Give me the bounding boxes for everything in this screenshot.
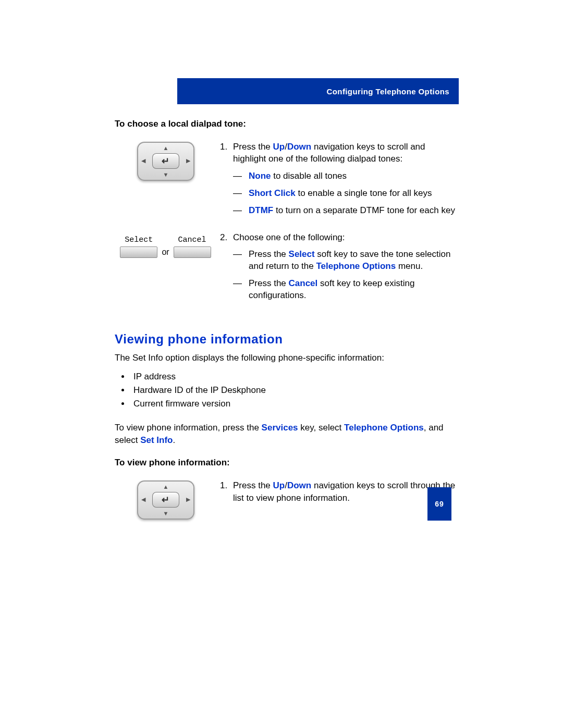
document-page: Configuring Telephone Options To choose …: [0, 0, 563, 572]
step-row-2: Select or Cancel Choose one of the follo…: [115, 231, 459, 307]
list-item: Hardware ID of the IP Deskphone: [130, 385, 459, 396]
text: To view phone information, press the: [115, 423, 262, 433]
text: Press the: [233, 480, 273, 490]
intro-text: The Set Info option displays the followi…: [115, 352, 459, 364]
menu-label: Set Info: [140, 435, 173, 445]
nav-instruction: To view phone information, press the Ser…: [115, 422, 459, 447]
enter-key-icon: [152, 153, 179, 169]
key-label-down: Down: [287, 480, 311, 490]
key-label: Services: [262, 423, 298, 433]
text: .: [173, 435, 175, 445]
option-term: Short Click: [249, 188, 296, 198]
step-item: Press the Up/Down navigation keys to scr…: [230, 141, 459, 217]
step-row-1: ◀ ▶ ▲ ▼ Press the Up/Down navigation key…: [115, 141, 459, 222]
key-label-up: Up: [273, 142, 285, 152]
ordered-steps-1: Press the Up/Down navigation keys to scr…: [216, 141, 459, 217]
option-list: None to disable all tones Short Click to…: [233, 170, 459, 217]
info-bullet-list: IP address Hardware ID of the IP Deskpho…: [115, 372, 459, 409]
text: Press the: [249, 278, 289, 288]
page-header: Configuring Telephone Options: [177, 78, 459, 104]
header-title: Configuring Telephone Options: [327, 87, 449, 96]
section-lead-view-info: To view phone information:: [115, 458, 459, 468]
section-heading-viewing: Viewing phone information: [115, 332, 459, 347]
step-item: Choose one of the following: Press the S…: [230, 231, 459, 302]
step-row-3: ◀ ▶ ▲ ▼ Press the Up/Down navigation key…: [115, 479, 459, 520]
enter-key-icon: [152, 492, 179, 508]
option-text: to disable all tones: [271, 171, 347, 181]
text: menu.: [396, 261, 423, 271]
nav-pad-icon: ◀ ▶ ▲ ▼: [137, 142, 194, 181]
list-item: IP address: [130, 372, 459, 382]
menu-label: Telephone Options: [316, 261, 396, 271]
key-label: Cancel: [289, 278, 318, 288]
softkey-label: Select: [125, 236, 153, 244]
option-short-click: Short Click to enable a single tone for …: [233, 188, 459, 200]
option-text: to turn on a separate DTMF tone for each…: [273, 205, 455, 215]
text: Press the: [233, 142, 273, 152]
ordered-steps-2: Choose one of the following: Press the S…: [216, 231, 459, 302]
section-lead-dialpad: To choose a local dialpad tone:: [115, 119, 459, 129]
page-content: To choose a local dialpad tone: ◀ ▶ ▲ ▼ …: [115, 119, 459, 520]
text-column: Press the Up/Down navigation keys to scr…: [216, 141, 459, 222]
text-column: Press the Up/Down navigation keys to scr…: [216, 479, 459, 507]
arrow-right-icon: ▶: [186, 496, 190, 503]
icon-column: ◀ ▶ ▲ ▼: [115, 141, 216, 181]
menu-label: Telephone Options: [344, 423, 424, 433]
text: Choose one of the following:: [233, 232, 345, 242]
icon-column: ◀ ▶ ▲ ▼: [115, 479, 216, 520]
arrow-down-icon: ▼: [163, 510, 169, 516]
option-term: DTMF: [249, 205, 273, 215]
list-item: Current firmware version: [130, 399, 459, 409]
choice-list: Press the Select soft key to save the to…: [233, 249, 459, 302]
arrow-up-icon: ▲: [163, 145, 169, 151]
softkeys-icon: Select or Cancel: [115, 232, 216, 258]
option-term: None: [249, 171, 271, 181]
option-none: None to disable all tones: [233, 170, 459, 182]
choice-cancel: Press the Cancel soft key to keep existi…: [233, 278, 459, 302]
arrow-down-icon: ▼: [163, 171, 169, 178]
text: key, select: [298, 423, 345, 433]
softkey-cancel: Cancel: [174, 236, 211, 258]
key-label-down: Down: [287, 142, 311, 152]
step-item: Press the Up/Down navigation keys to scr…: [230, 479, 459, 504]
arrow-right-icon: ▶: [186, 157, 190, 164]
page-number: 69: [427, 487, 451, 521]
page-number-text: 69: [435, 500, 444, 508]
arrow-left-icon: ◀: [141, 496, 145, 503]
arrow-up-icon: ▲: [163, 484, 169, 490]
softkey-button-icon: [120, 246, 157, 258]
softkey-label: Cancel: [178, 236, 206, 244]
key-label: Select: [289, 249, 315, 259]
arrow-left-icon: ◀: [141, 157, 145, 164]
softkey-button-icon: [174, 246, 211, 258]
or-text: or: [162, 248, 169, 258]
choice-select: Press the Select soft key to save the to…: [233, 249, 459, 273]
text-column: Choose one of the following: Press the S…: [216, 231, 459, 307]
icon-column: Select or Cancel: [115, 231, 216, 258]
key-label-up: Up: [273, 480, 285, 490]
softkey-select: Select: [120, 236, 157, 258]
option-text: to enable a single tone for all keys: [296, 188, 432, 198]
option-dtmf: DTMF to turn on a separate DTMF tone for…: [233, 205, 459, 217]
ordered-steps-3: Press the Up/Down navigation keys to scr…: [216, 479, 459, 504]
text: Press the: [249, 249, 289, 259]
nav-pad-icon: ◀ ▶ ▲ ▼: [137, 480, 194, 520]
